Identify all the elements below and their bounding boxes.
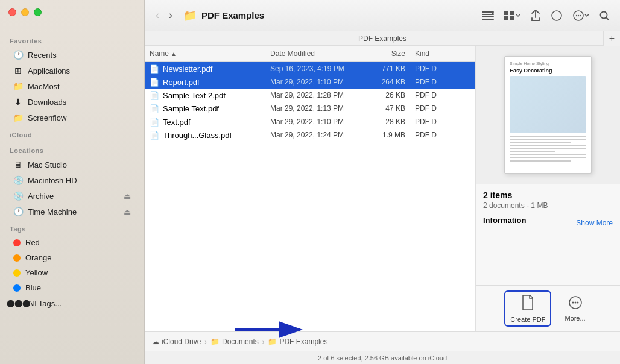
sidebar-item-label: Time Machine: [28, 207, 77, 216]
back-button[interactable]: ‹: [152, 7, 163, 24]
breadcrumb-icloud-drive[interactable]: ☁ iCloud Drive: [152, 337, 201, 346]
computer-icon: 🖥: [13, 160, 23, 169]
close-button[interactable]: [8, 8, 16, 16]
search-button[interactable]: [596, 7, 613, 24]
sidebar-item-tag-yellow[interactable]: Yellow: [4, 266, 141, 280]
grid-icon: ⊞: [13, 66, 23, 75]
pdf-preview-title: Easy Decorating: [510, 67, 586, 74]
breadcrumb-separator: ›: [204, 338, 207, 345]
svg-rect-4: [504, 11, 508, 15]
sidebar-item-applications[interactable]: ⊞ Applications: [4, 63, 141, 78]
sidebar-item-label: Archive: [28, 192, 54, 201]
table-row[interactable]: 📄 Sample Text.pdf Mar 29, 2022, 1:13 PM …: [145, 102, 475, 115]
file-name-cell: 📄 Newsletter.pdf: [145, 64, 265, 74]
chevron-down-icon: [516, 12, 520, 19]
sidebar-item-tag-blue[interactable]: Blue: [4, 281, 141, 295]
tag-button[interactable]: [548, 7, 566, 25]
sidebar-item-tag-orange[interactable]: Orange: [4, 251, 141, 265]
sidebar-item-macmost[interactable]: 📁 MacMost: [4, 79, 141, 93]
preview-image-area: Simple Home Styling Easy Decorating: [476, 46, 620, 184]
preview-info: 2 items 2 documents - 1 MB Information S…: [476, 184, 620, 285]
sidebar-item-label: Mac Studio: [28, 160, 67, 169]
view-list-button[interactable]: [479, 8, 497, 24]
table-row[interactable]: 📄 Newsletter.pdf Sep 16, 2023, 4:19 PM 7…: [145, 62, 475, 75]
sidebar-item-time-machine[interactable]: 🕐 Time Machine ⏏: [4, 204, 141, 219]
table-row[interactable]: 📄 Sample Text 2.pdf Mar 29, 2022, 1:28 P…: [145, 89, 475, 102]
minimize-button[interactable]: [21, 8, 29, 16]
file-size: 771 KB: [362, 64, 410, 73]
sidebar-item-screenflow[interactable]: 📁 Screenflow: [4, 110, 141, 125]
svg-point-19: [574, 302, 576, 304]
table-row[interactable]: 📄 Text.pdf Mar 29, 2022, 1:10 PM 28 KB P…: [145, 115, 475, 128]
sidebar-item-label: Red: [25, 238, 40, 247]
pdf-preview-thumbnail: Simple Home Styling Easy Decorating: [504, 56, 592, 174]
column-name-label: Name: [150, 49, 169, 58]
breadcrumb-documents[interactable]: 📁 Documents: [210, 337, 259, 346]
sidebar-item-macintosh-hd[interactable]: 💿 Macintosh HD: [4, 173, 141, 187]
preview-item-count: 2 items: [483, 190, 613, 200]
locations-header: Locations: [0, 141, 144, 157]
file-list-header: Name ▲ Date Modified Size Kind: [145, 46, 475, 62]
svg-rect-2: [482, 16, 494, 17]
document-icon: [520, 294, 535, 311]
folder-title-area: 📁 PDF Examples: [183, 9, 264, 22]
sidebar-item-all-tags[interactable]: ⬤⬤⬤ All Tags...: [4, 296, 141, 310]
folder-icon: 📁: [13, 113, 23, 122]
breadcrumb-label: PDF Examples: [279, 337, 327, 346]
table-row[interactable]: 📄 Report.pdf Mar 29, 2022, 1:10 PM 264 K…: [145, 75, 475, 89]
sidebar-item-downloads[interactable]: ⬇ Downloads: [4, 95, 141, 109]
show-more-button[interactable]: Show More: [576, 219, 613, 227]
pdf-icon: 📄: [150, 90, 159, 100]
svg-rect-5: [510, 11, 514, 15]
file-kind: PDF D: [410, 118, 475, 126]
sidebar-item-recents[interactable]: 🕐 Recents: [4, 48, 141, 62]
file-date: Mar 29, 2022, 1:10 PM: [265, 78, 362, 86]
maximize-button[interactable]: [34, 8, 42, 16]
pdf-text-line: [510, 160, 571, 162]
forward-button[interactable]: ›: [165, 7, 176, 24]
red-dot-icon: [13, 239, 21, 246]
pdf-preview-header: Simple Home Styling: [510, 61, 586, 66]
sidebar-item-archive[interactable]: 💿 Archive ⏏: [4, 189, 141, 203]
breadcrumb-separator: ›: [262, 338, 265, 345]
more-button[interactable]: [569, 7, 592, 25]
column-header-name[interactable]: Name ▲: [145, 49, 265, 58]
view-grid-button[interactable]: [501, 8, 524, 24]
create-pdf-icon: [520, 294, 535, 314]
file-date: Mar 29, 2022, 1:10 PM: [265, 118, 362, 126]
column-header-kind[interactable]: Kind: [410, 49, 475, 58]
svg-rect-1: [482, 14, 494, 15]
svg-rect-0: [482, 11, 494, 13]
sidebar-item-mac-studio[interactable]: 🖥 Mac Studio: [4, 157, 141, 172]
content-area: Name ▲ Date Modified Size Kind 📄: [145, 46, 620, 331]
nav-buttons: ‹ ›: [152, 7, 176, 24]
file-name: Text.pdf: [163, 118, 191, 127]
toolbar: ‹ › 📁 PDF Examples: [145, 0, 620, 31]
column-header-size[interactable]: Size: [362, 49, 410, 58]
sidebar-item-tag-red[interactable]: Red: [4, 236, 141, 249]
icloud-icon: ☁: [152, 337, 159, 346]
eject-icon: ⏏: [124, 192, 131, 201]
table-row[interactable]: 📄 Through...Glass.pdf Mar 29, 2022, 1:24…: [145, 128, 475, 142]
file-name-cell: 📄 Report.pdf: [145, 77, 265, 87]
pdf-text-line: [510, 142, 571, 143]
pdf-text-line: [510, 157, 586, 158]
more-actions-label: More...: [565, 315, 585, 322]
svg-rect-6: [504, 16, 508, 20]
breadcrumb-pdf-examples[interactable]: 📁 PDF Examples: [268, 337, 327, 346]
column-header-date[interactable]: Date Modified: [265, 49, 362, 58]
add-tab-button[interactable]: +: [603, 31, 620, 46]
create-pdf-button[interactable]: Create PDF: [504, 290, 551, 327]
svg-rect-3: [482, 19, 494, 20]
sidebar-item-label: MacMost: [28, 82, 60, 91]
share-button[interactable]: [527, 7, 544, 25]
preview-info-label: Information: [483, 216, 527, 225]
file-date: Sep 16, 2023, 4:19 PM: [265, 64, 362, 73]
status-text: 2 of 6 selected, 2.56 GB available on iC…: [318, 354, 447, 362]
orange-dot-icon: [13, 254, 21, 262]
more-actions-button[interactable]: More...: [558, 292, 591, 325]
all-tags-icon: ⬤⬤⬤: [13, 298, 23, 308]
breadcrumb-bar: ☁ iCloud Drive › 📁 Documents › 📁 PDF Exa…: [145, 331, 620, 351]
grid-view-icon: [504, 11, 516, 20]
column-kind-label: Kind: [415, 49, 429, 58]
